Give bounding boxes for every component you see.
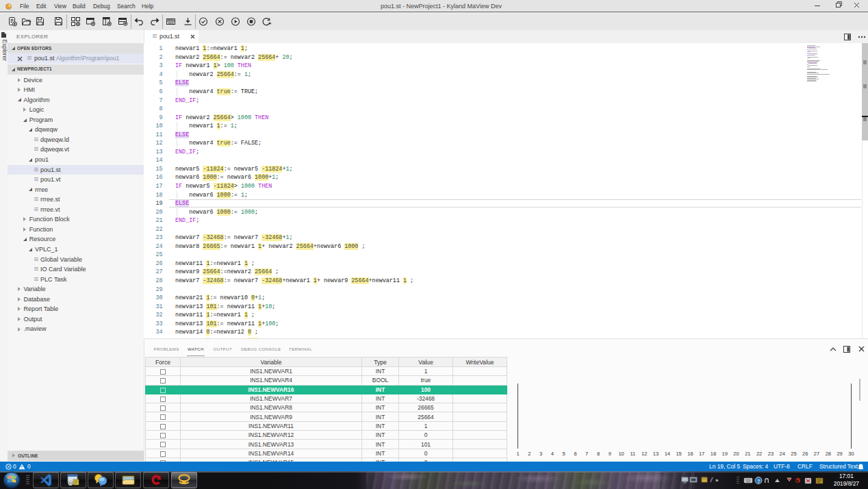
svg-text:»: » — [715, 477, 719, 484]
svg-text:?: ? — [757, 478, 761, 484]
svg-text:/: / — [710, 477, 713, 484]
